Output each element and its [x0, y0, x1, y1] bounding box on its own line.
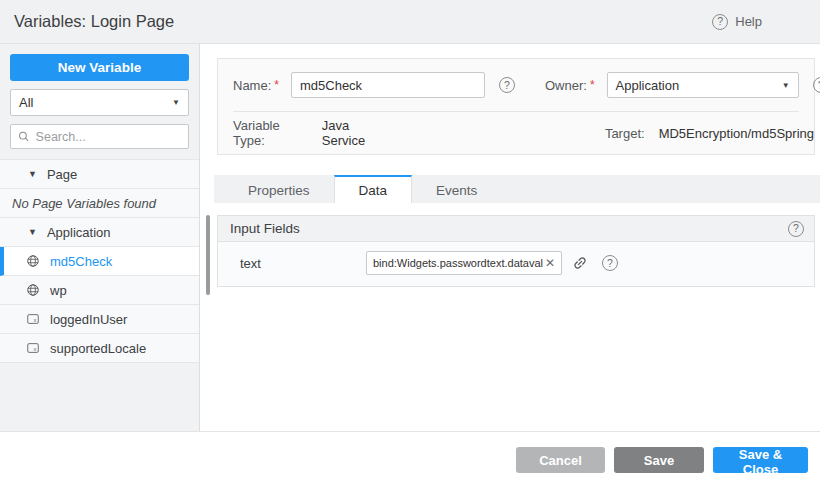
chevron-down-icon: ▼ [172, 98, 180, 107]
variable-filter-select[interactable]: All ▼ [10, 89, 189, 116]
input-fields-section: Input Fields ? text ✕ [217, 215, 815, 287]
dialog-header: Variables: Login Page ? Help [0, 0, 820, 44]
search-input[interactable] [36, 130, 181, 144]
required-asterisk: * [590, 78, 595, 92]
chevron-down-icon: ▼ [782, 81, 790, 90]
collapse-arrow-icon: ▼ [28, 227, 37, 237]
detail-tabbar: Properties Data Events [214, 175, 820, 203]
tab-properties[interactable]: Properties [224, 175, 334, 203]
field-help-icon[interactable]: ? [602, 255, 618, 271]
tree-item-loggedinuser[interactable]: x loggedInUser [0, 305, 199, 334]
help-icon: ? [712, 14, 728, 30]
new-variable-button[interactable]: New Variable [10, 54, 189, 81]
panel-divider [200, 44, 214, 431]
input-fields-header: Input Fields ? [218, 216, 814, 242]
variables-tree: ▼ Page No Page Variables found ▼ Applica… [0, 159, 199, 363]
variable-detail-panel: Name: * ? Owner: * Application ▼ ? [214, 44, 820, 431]
tree-item-label: supportedLocale [50, 341, 146, 356]
input-fields-body: text ✕ ? [218, 242, 814, 286]
owner-help-icon[interactable]: ? [813, 77, 820, 93]
help-link[interactable]: ? Help [712, 14, 762, 30]
variable-icon: x [26, 312, 40, 326]
tree-group-page[interactable]: ▼ Page [0, 160, 199, 189]
variable-type-value: Java Service [322, 118, 390, 148]
variable-type-label: Variable Type: [233, 118, 308, 148]
section-title: Input Fields [230, 221, 300, 236]
link-icon [569, 252, 592, 275]
page-variables-empty-message: No Page Variables found [0, 189, 199, 218]
input-field-row: text ✕ ? [218, 250, 814, 276]
bind-link-button[interactable] [572, 255, 588, 271]
variables-dialog: Variables: Login Page ? Help New Variabl… [0, 0, 820, 488]
filter-selected-value: All [19, 95, 33, 110]
tree-group-label: Page [47, 167, 77, 182]
tab-data[interactable]: Data [334, 175, 413, 203]
svg-text:x: x [33, 317, 36, 323]
tree-item-label: md5Check [50, 254, 112, 269]
help-label: Help [735, 14, 762, 29]
page-title: Variables: Login Page [0, 12, 174, 31]
target-group: Target: MD5Encryption/md5Spring [605, 126, 814, 141]
input-fields-help-icon[interactable]: ? [788, 221, 804, 237]
service-globe-icon [26, 254, 40, 268]
tab-events[interactable]: Events [412, 175, 501, 203]
service-globe-icon [26, 283, 40, 297]
variable-summary-box: Name: * ? Owner: * Application ▼ ? [217, 58, 815, 155]
name-label: Name: [233, 78, 271, 93]
target-value: MD5Encryption/md5Spring [659, 126, 814, 141]
owner-group: Owner: * Application ▼ ? [545, 72, 820, 98]
dialog-body: New Variable All ▼ ▼ Page No Page Variab… [0, 44, 820, 431]
tree-item-label: loggedInUser [50, 312, 127, 327]
bind-expression-field: ✕ [366, 251, 562, 275]
dialog-footer: Cancel Save Save & Close [0, 431, 820, 488]
clear-binding-icon[interactable]: ✕ [543, 257, 557, 269]
required-asterisk: * [274, 78, 279, 92]
name-help-icon[interactable]: ? [499, 77, 515, 93]
tree-item-wp[interactable]: wp [0, 276, 199, 305]
variable-icon: x [26, 341, 40, 355]
search-icon [18, 130, 30, 143]
name-input[interactable] [291, 72, 485, 98]
owner-select[interactable]: Application ▼ [607, 72, 799, 98]
sidebar-empty-area [0, 363, 199, 431]
save-button[interactable]: Save [614, 447, 704, 473]
field-label: text [218, 256, 366, 271]
vertical-scrollbar[interactable] [206, 215, 210, 295]
owner-selected-value: Application [616, 78, 680, 93]
name-owner-row: Name: * ? Owner: * Application ▼ ? [218, 59, 814, 111]
tree-item-md5check[interactable]: md5Check [0, 247, 199, 276]
owner-label: Owner: [545, 78, 587, 93]
type-target-row: Variable Type: Java Service Target: MD5E… [218, 112, 814, 154]
tree-item-label: wp [50, 283, 67, 298]
cancel-button[interactable]: Cancel [516, 447, 605, 473]
svg-text:x: x [33, 346, 36, 352]
tree-group-label: Application [47, 225, 111, 240]
tree-item-supportedlocale[interactable]: x supportedLocale [0, 334, 199, 363]
collapse-arrow-icon: ▼ [28, 169, 37, 179]
search-box [10, 124, 189, 149]
variables-sidebar: New Variable All ▼ ▼ Page No Page Variab… [0, 44, 200, 431]
tree-group-application[interactable]: ▼ Application [0, 218, 199, 247]
save-and-close-button[interactable]: Save & Close [713, 447, 808, 473]
target-label: Target: [605, 126, 645, 141]
bind-expression-input[interactable] [373, 257, 543, 269]
